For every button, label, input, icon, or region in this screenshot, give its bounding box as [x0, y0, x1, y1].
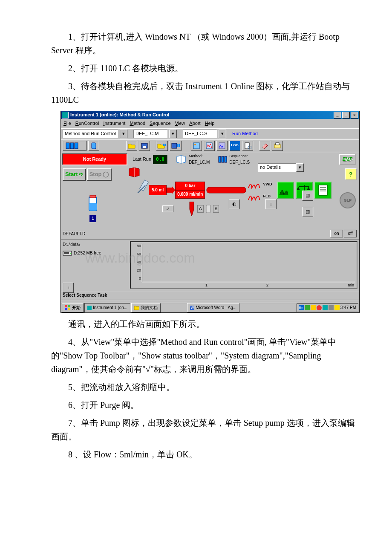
method-book-icon[interactable] — [176, 155, 187, 164]
column-toggle[interactable]: ◐ — [229, 199, 240, 209]
on-button[interactable]: on — [330, 230, 343, 237]
system-diagram: ? GLP on off 5.0 ml 0 bar 0.000 ml/min V… — [125, 167, 359, 239]
svg-rect-8 — [172, 143, 177, 148]
svg-point-12 — [194, 144, 196, 145]
fld-toggle[interactable]: ▧ — [302, 207, 313, 217]
svg-rect-6 — [163, 144, 164, 146]
status-bar: Select Sequence Task — [61, 291, 359, 300]
open-method-button[interactable] — [126, 141, 137, 151]
detector-toggle[interactable]: ↓ — [265, 199, 277, 209]
current-vial[interactable]: 1 — [86, 195, 99, 223]
taskbar-item-docs[interactable]: 我的文档 — [131, 303, 161, 312]
menu-instrument[interactable]: Instrument — [103, 120, 125, 127]
details-selector[interactable]: no Details▾ — [258, 163, 304, 172]
method-dropdown[interactable]: ▾ — [169, 130, 177, 138]
bottles-icon — [65, 142, 84, 150]
app-window: Instrument 1 (online): Method & Run Cont… — [61, 111, 360, 313]
syringe-icon[interactable] — [129, 179, 149, 201]
menu-view[interactable]: View — [175, 120, 185, 127]
save-method-button[interactable] — [139, 141, 150, 151]
view-dropdown[interactable]: ▾ — [120, 130, 127, 138]
tray-icon-4[interactable] — [323, 305, 328, 310]
vwd-peaks-icon[interactable] — [248, 179, 263, 189]
peak-integ-icon — [278, 182, 293, 198]
svg-rect-11 — [193, 143, 199, 149]
expand-toggle[interactable]: ⤢ — [162, 205, 173, 212]
tray-icon-5[interactable] — [329, 305, 334, 310]
injector-icon[interactable] — [188, 202, 196, 216]
menu-sequence[interactable]: Sequence — [150, 120, 171, 127]
tool-btn-3[interactable] — [216, 141, 228, 151]
integrate-button[interactable] — [277, 182, 294, 199]
y-tick: 40 — [132, 259, 141, 265]
tray-icon-2[interactable] — [311, 305, 316, 310]
diagram-area: Start➪ Stop◯ 1 DEFAULT.D ? GLP on off 5.… — [61, 167, 359, 239]
para-8: 8 、设 Flow：5ml/min，单击 OK。 — [51, 448, 362, 461]
pump-pressure[interactable]: 0 bar — [175, 182, 205, 190]
help-button[interactable]: ? — [345, 168, 357, 180]
vwd-toggle[interactable]: ▧ — [302, 191, 313, 201]
method-icon[interactable] — [128, 169, 141, 179]
tool-btn-erase[interactable] — [259, 141, 270, 151]
vial-icon — [91, 142, 97, 150]
solvent-panel-button[interactable] — [63, 141, 86, 151]
off-button[interactable]: off — [344, 230, 357, 237]
menu-method[interactable]: Method — [130, 120, 145, 127]
system-tray[interactable]: En 3:47 PM — [297, 304, 358, 312]
pump-flowrate[interactable]: 0.000 ml/min — [175, 190, 205, 199]
injector-b-label: B — [213, 205, 219, 213]
titlebar[interactable]: Instrument 1 (online): Method & Run Cont… — [61, 111, 359, 119]
vial-button[interactable] — [88, 141, 99, 151]
tool-btn-log[interactable]: LOG — [229, 141, 240, 151]
glp-button[interactable]: GLP — [340, 192, 356, 208]
sequence-file-field[interactable]: DEF_LC.S — [183, 130, 217, 138]
sequence-bottles-icon[interactable] — [218, 155, 228, 164]
column-icon[interactable] — [205, 185, 248, 196]
y-tick: 20 — [132, 267, 141, 273]
taskbar-item-instrument[interactable]: Instrument 1 (on... — [84, 303, 130, 312]
para-2: 2、打开 1100 LC 各模块电源。 — [51, 61, 362, 75]
arrow-right-icon: ➪ — [79, 170, 84, 179]
menu-runcontrol[interactable]: RunControl — [75, 120, 99, 127]
maximize-button[interactable]: □ — [342, 112, 350, 119]
close-button[interactable]: × — [351, 112, 358, 119]
emf-button[interactable]: EMF — [339, 154, 356, 165]
online-plot[interactable]: 80 60 40 20 0 1 2 min — [130, 241, 357, 289]
stop-button[interactable]: Stop◯ — [87, 168, 112, 181]
sequence-dropdown[interactable]: ▾ — [219, 130, 226, 138]
report-button[interactable] — [314, 182, 331, 199]
menu-help[interactable]: Help — [205, 120, 215, 127]
tray-icon-1[interactable] — [305, 305, 310, 310]
svg-rect-7 — [164, 144, 166, 146]
view-selector[interactable]: Method and Run Control — [63, 130, 118, 138]
tool-btn-print[interactable] — [272, 141, 283, 151]
data-path: D:..\data\ — [63, 241, 127, 248]
tool-btn-report[interactable] — [242, 141, 253, 151]
menu-abort[interactable]: Abort — [189, 120, 200, 127]
tool-btn-1[interactable] — [191, 141, 202, 151]
minimize-button[interactable]: _ — [334, 112, 341, 119]
run-method-link[interactable]: Run Method — [232, 130, 258, 138]
status-indicator: Not Ready — [62, 153, 127, 165]
taskbar-item-word[interactable]: W Microsoft Word - Ag... — [187, 303, 239, 312]
method-file-field[interactable]: DEF_LC.M — [133, 130, 167, 138]
open-sequence-button[interactable] — [156, 141, 168, 151]
svg-point-39 — [70, 253, 71, 254]
lang-indicator[interactable]: En — [299, 305, 304, 310]
start-button[interactable]: Start➪ — [63, 168, 86, 181]
tray-icon-6[interactable] — [334, 305, 340, 310]
injector-a-label: A — [197, 205, 204, 213]
toolbar-row-1: Method and Run Control ▾ DEF_LC.M ▾ DEF_… — [61, 128, 359, 139]
menu-file[interactable]: File — [63, 120, 71, 127]
fld-peaks-icon[interactable] — [248, 191, 263, 201]
pump-flow-label[interactable]: 5.0 ml — [149, 185, 167, 195]
tool-btn-2[interactable] — [204, 141, 215, 151]
app-small-icon — [87, 306, 92, 310]
save-sequence-button[interactable] — [170, 141, 182, 151]
para-after-img: 通讯，进入的工作站画面如下所示。 — [51, 317, 362, 331]
start-menu-button[interactable]: 开始 — [62, 303, 84, 312]
disk-icon — [141, 142, 148, 149]
svg-rect-5 — [143, 146, 146, 148]
resize-handle[interactable]: ⫞ — [63, 283, 74, 293]
tray-icon-3[interactable] — [317, 305, 322, 310]
